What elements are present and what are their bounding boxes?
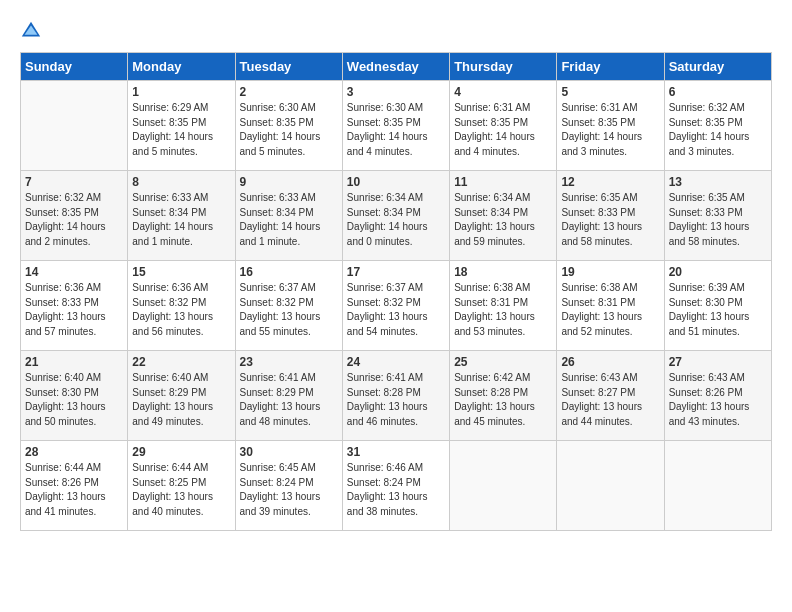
day-info: Sunrise: 6:39 AM Sunset: 8:30 PM Dayligh… <box>669 281 767 339</box>
day-info: Sunrise: 6:37 AM Sunset: 8:32 PM Dayligh… <box>240 281 338 339</box>
day-info: Sunrise: 6:31 AM Sunset: 8:35 PM Dayligh… <box>561 101 659 159</box>
day-number: 23 <box>240 355 338 369</box>
day-number: 15 <box>132 265 230 279</box>
calendar-cell: 15Sunrise: 6:36 AM Sunset: 8:32 PM Dayli… <box>128 261 235 351</box>
day-info: Sunrise: 6:43 AM Sunset: 8:27 PM Dayligh… <box>561 371 659 429</box>
calendar-cell: 17Sunrise: 6:37 AM Sunset: 8:32 PM Dayli… <box>342 261 449 351</box>
day-info: Sunrise: 6:41 AM Sunset: 8:29 PM Dayligh… <box>240 371 338 429</box>
calendar-cell: 24Sunrise: 6:41 AM Sunset: 8:28 PM Dayli… <box>342 351 449 441</box>
day-info: Sunrise: 6:34 AM Sunset: 8:34 PM Dayligh… <box>454 191 552 249</box>
day-info: Sunrise: 6:36 AM Sunset: 8:32 PM Dayligh… <box>132 281 230 339</box>
weekday-header: Friday <box>557 53 664 81</box>
calendar-header: SundayMondayTuesdayWednesdayThursdayFrid… <box>21 53 772 81</box>
calendar-table: SundayMondayTuesdayWednesdayThursdayFrid… <box>20 52 772 531</box>
day-info: Sunrise: 6:31 AM Sunset: 8:35 PM Dayligh… <box>454 101 552 159</box>
day-number: 11 <box>454 175 552 189</box>
day-number: 20 <box>669 265 767 279</box>
logo-icon <box>20 20 42 42</box>
day-info: Sunrise: 6:33 AM Sunset: 8:34 PM Dayligh… <box>240 191 338 249</box>
day-number: 16 <box>240 265 338 279</box>
calendar-cell: 2Sunrise: 6:30 AM Sunset: 8:35 PM Daylig… <box>235 81 342 171</box>
day-number: 17 <box>347 265 445 279</box>
calendar-cell: 9Sunrise: 6:33 AM Sunset: 8:34 PM Daylig… <box>235 171 342 261</box>
weekday-header: Wednesday <box>342 53 449 81</box>
calendar-cell: 26Sunrise: 6:43 AM Sunset: 8:27 PM Dayli… <box>557 351 664 441</box>
day-number: 2 <box>240 85 338 99</box>
calendar-week-row: 21Sunrise: 6:40 AM Sunset: 8:30 PM Dayli… <box>21 351 772 441</box>
calendar-cell: 13Sunrise: 6:35 AM Sunset: 8:33 PM Dayli… <box>664 171 771 261</box>
calendar-cell: 29Sunrise: 6:44 AM Sunset: 8:25 PM Dayli… <box>128 441 235 531</box>
day-info: Sunrise: 6:44 AM Sunset: 8:26 PM Dayligh… <box>25 461 123 519</box>
day-number: 12 <box>561 175 659 189</box>
day-info: Sunrise: 6:41 AM Sunset: 8:28 PM Dayligh… <box>347 371 445 429</box>
day-number: 5 <box>561 85 659 99</box>
calendar-week-row: 7Sunrise: 6:32 AM Sunset: 8:35 PM Daylig… <box>21 171 772 261</box>
day-info: Sunrise: 6:30 AM Sunset: 8:35 PM Dayligh… <box>240 101 338 159</box>
day-info: Sunrise: 6:32 AM Sunset: 8:35 PM Dayligh… <box>25 191 123 249</box>
calendar-cell: 27Sunrise: 6:43 AM Sunset: 8:26 PM Dayli… <box>664 351 771 441</box>
page-header <box>20 20 772 42</box>
day-number: 30 <box>240 445 338 459</box>
calendar-cell <box>664 441 771 531</box>
weekday-header: Thursday <box>450 53 557 81</box>
day-number: 21 <box>25 355 123 369</box>
day-number: 28 <box>25 445 123 459</box>
calendar-cell: 28Sunrise: 6:44 AM Sunset: 8:26 PM Dayli… <box>21 441 128 531</box>
day-info: Sunrise: 6:40 AM Sunset: 8:30 PM Dayligh… <box>25 371 123 429</box>
weekday-header: Saturday <box>664 53 771 81</box>
calendar-cell: 5Sunrise: 6:31 AM Sunset: 8:35 PM Daylig… <box>557 81 664 171</box>
calendar-cell: 16Sunrise: 6:37 AM Sunset: 8:32 PM Dayli… <box>235 261 342 351</box>
calendar-cell: 18Sunrise: 6:38 AM Sunset: 8:31 PM Dayli… <box>450 261 557 351</box>
day-info: Sunrise: 6:29 AM Sunset: 8:35 PM Dayligh… <box>132 101 230 159</box>
calendar-cell <box>557 441 664 531</box>
calendar-week-row: 1Sunrise: 6:29 AM Sunset: 8:35 PM Daylig… <box>21 81 772 171</box>
calendar-cell: 22Sunrise: 6:40 AM Sunset: 8:29 PM Dayli… <box>128 351 235 441</box>
day-number: 26 <box>561 355 659 369</box>
calendar-cell: 31Sunrise: 6:46 AM Sunset: 8:24 PM Dayli… <box>342 441 449 531</box>
day-number: 18 <box>454 265 552 279</box>
day-number: 24 <box>347 355 445 369</box>
day-info: Sunrise: 6:46 AM Sunset: 8:24 PM Dayligh… <box>347 461 445 519</box>
day-number: 9 <box>240 175 338 189</box>
calendar-cell: 19Sunrise: 6:38 AM Sunset: 8:31 PM Dayli… <box>557 261 664 351</box>
day-info: Sunrise: 6:45 AM Sunset: 8:24 PM Dayligh… <box>240 461 338 519</box>
day-number: 7 <box>25 175 123 189</box>
calendar-cell: 20Sunrise: 6:39 AM Sunset: 8:30 PM Dayli… <box>664 261 771 351</box>
day-info: Sunrise: 6:38 AM Sunset: 8:31 PM Dayligh… <box>454 281 552 339</box>
day-number: 6 <box>669 85 767 99</box>
calendar-cell: 7Sunrise: 6:32 AM Sunset: 8:35 PM Daylig… <box>21 171 128 261</box>
calendar-cell: 11Sunrise: 6:34 AM Sunset: 8:34 PM Dayli… <box>450 171 557 261</box>
calendar-cell: 14Sunrise: 6:36 AM Sunset: 8:33 PM Dayli… <box>21 261 128 351</box>
day-number: 14 <box>25 265 123 279</box>
day-number: 31 <box>347 445 445 459</box>
calendar-week-row: 28Sunrise: 6:44 AM Sunset: 8:26 PM Dayli… <box>21 441 772 531</box>
day-number: 19 <box>561 265 659 279</box>
day-number: 25 <box>454 355 552 369</box>
day-info: Sunrise: 6:44 AM Sunset: 8:25 PM Dayligh… <box>132 461 230 519</box>
day-info: Sunrise: 6:38 AM Sunset: 8:31 PM Dayligh… <box>561 281 659 339</box>
calendar-cell: 8Sunrise: 6:33 AM Sunset: 8:34 PM Daylig… <box>128 171 235 261</box>
day-info: Sunrise: 6:36 AM Sunset: 8:33 PM Dayligh… <box>25 281 123 339</box>
calendar-cell <box>21 81 128 171</box>
day-info: Sunrise: 6:37 AM Sunset: 8:32 PM Dayligh… <box>347 281 445 339</box>
day-number: 1 <box>132 85 230 99</box>
day-info: Sunrise: 6:32 AM Sunset: 8:35 PM Dayligh… <box>669 101 767 159</box>
day-number: 29 <box>132 445 230 459</box>
day-number: 4 <box>454 85 552 99</box>
calendar-cell: 3Sunrise: 6:30 AM Sunset: 8:35 PM Daylig… <box>342 81 449 171</box>
calendar-cell: 25Sunrise: 6:42 AM Sunset: 8:28 PM Dayli… <box>450 351 557 441</box>
logo <box>20 20 46 42</box>
weekday-header: Tuesday <box>235 53 342 81</box>
calendar-cell: 4Sunrise: 6:31 AM Sunset: 8:35 PM Daylig… <box>450 81 557 171</box>
calendar-cell: 30Sunrise: 6:45 AM Sunset: 8:24 PM Dayli… <box>235 441 342 531</box>
day-number: 10 <box>347 175 445 189</box>
day-info: Sunrise: 6:33 AM Sunset: 8:34 PM Dayligh… <box>132 191 230 249</box>
day-number: 22 <box>132 355 230 369</box>
day-number: 8 <box>132 175 230 189</box>
calendar-cell: 21Sunrise: 6:40 AM Sunset: 8:30 PM Dayli… <box>21 351 128 441</box>
calendar-cell: 10Sunrise: 6:34 AM Sunset: 8:34 PM Dayli… <box>342 171 449 261</box>
calendar-cell: 23Sunrise: 6:41 AM Sunset: 8:29 PM Dayli… <box>235 351 342 441</box>
day-number: 3 <box>347 85 445 99</box>
day-info: Sunrise: 6:30 AM Sunset: 8:35 PM Dayligh… <box>347 101 445 159</box>
day-info: Sunrise: 6:35 AM Sunset: 8:33 PM Dayligh… <box>561 191 659 249</box>
